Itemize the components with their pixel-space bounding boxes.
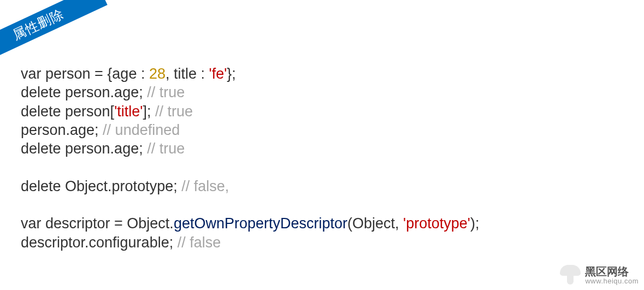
code-text: var descriptor = Object.	[21, 215, 174, 232]
mushroom-icon	[559, 264, 582, 287]
code-text: (Object,	[347, 215, 403, 232]
watermark-cn: 黑区网络	[585, 266, 639, 277]
code-text: delete Object.prototype;	[21, 178, 181, 194]
code-text: var person = {age :	[21, 66, 149, 82]
code-method: getOwnPropertyDescriptor	[174, 215, 347, 232]
code-string: 'prototype'	[403, 215, 470, 232]
code-text: };	[227, 66, 236, 82]
code-text: , title :	[166, 66, 209, 82]
code-text: person.age;	[21, 122, 103, 138]
watermark: 黑区网络 www.heiqu.com	[559, 264, 639, 287]
watermark-en: www.heiqu.com	[585, 277, 639, 285]
code-comment: // false,	[181, 178, 229, 194]
code-comment: // true	[155, 103, 193, 120]
ribbon-label: 属性删除	[0, 0, 108, 65]
code-text: delete person.age;	[21, 84, 147, 100]
code-text: ];	[143, 103, 155, 120]
code-comment: // true	[147, 84, 185, 100]
code-text: delete person[	[21, 103, 114, 120]
code-comment: // false	[178, 234, 221, 251]
code-text: descriptor.configurable;	[21, 234, 178, 251]
code-string: 'fe'	[209, 66, 227, 82]
code-string: 'title'	[114, 103, 143, 120]
code-comment: // true	[147, 140, 185, 157]
watermark-text: 黑区网络 www.heiqu.com	[585, 266, 639, 285]
code-text: delete person.age;	[21, 140, 147, 157]
code-comment: // undefined	[103, 122, 180, 138]
code-number: 28	[149, 66, 166, 82]
code-text: );	[470, 215, 480, 232]
code-block: var person = {age : 28, title : 'fe'}; d…	[21, 64, 479, 252]
